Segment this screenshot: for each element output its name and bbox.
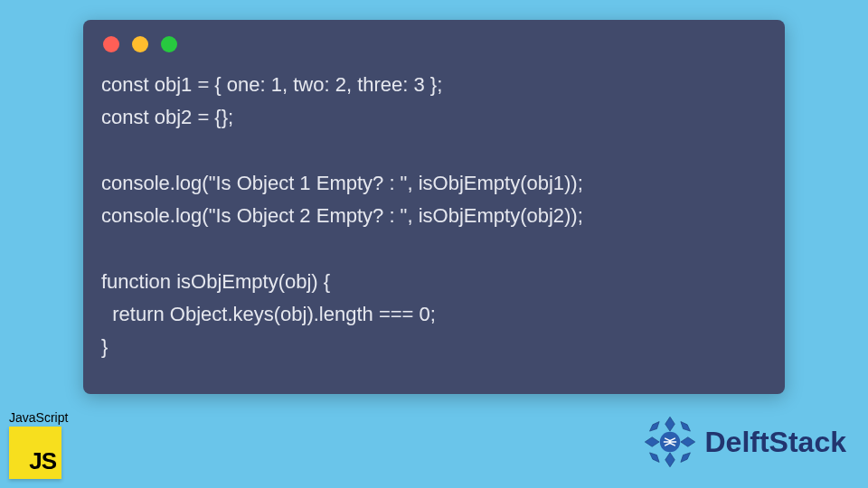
delftstack-logo: DelftStack [640, 412, 847, 472]
delftstack-brand-text: DelftStack [705, 426, 847, 459]
svg-marker-2 [645, 437, 659, 447]
maximize-dot-icon [161, 36, 177, 52]
code-window: const obj1 = { one: 1, two: 2, three: 3 … [83, 20, 785, 394]
svg-marker-1 [665, 453, 675, 467]
close-dot-icon [103, 36, 119, 52]
svg-marker-3 [680, 437, 694, 447]
javascript-icon: JS [9, 427, 61, 479]
code-body: const obj1 = { one: 1, two: 2, three: 3 … [83, 61, 785, 382]
window-traffic-lights [83, 36, 785, 61]
delftstack-mark-icon [640, 412, 700, 472]
minimize-dot-icon [132, 36, 148, 52]
javascript-badge: JavaScript JS [9, 410, 68, 479]
javascript-icon-text: JS [29, 447, 56, 475]
svg-marker-4 [680, 422, 690, 432]
svg-marker-7 [680, 453, 690, 463]
svg-marker-0 [665, 417, 675, 431]
svg-marker-5 [649, 453, 659, 463]
svg-marker-6 [649, 422, 659, 432]
javascript-label: JavaScript [9, 410, 68, 425]
